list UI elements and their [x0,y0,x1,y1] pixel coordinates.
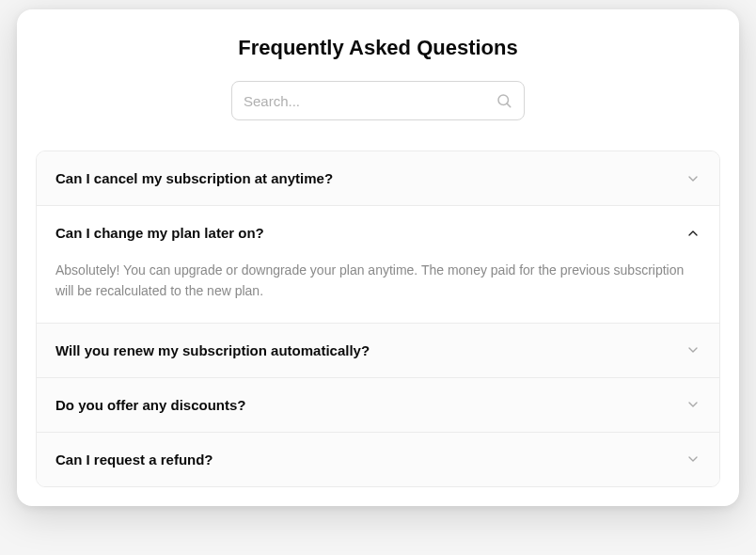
faq-list: Can I cancel my subscription at anytime?… [36,151,720,487]
chevron-down-icon [685,452,701,467]
chevron-down-icon [685,171,701,186]
search-input[interactable] [244,93,496,109]
faq-item: Can I cancel my subscription at anytime? [37,151,719,206]
faq-question: Can I cancel my subscription at anytime? [55,170,333,186]
faq-toggle[interactable]: Can I request a refund? [37,433,719,486]
faq-toggle[interactable]: Will you renew my subscription automatic… [37,324,719,377]
faq-question: Will you renew my subscription automatic… [55,342,370,358]
faq-question: Do you offer any discounts? [55,397,246,413]
faq-card: Frequently Asked Questions Can I cancel … [17,9,739,506]
faq-toggle[interactable]: Do you offer any discounts? [37,378,719,432]
chevron-up-icon [685,226,701,241]
svg-line-1 [507,103,511,107]
faq-toggle[interactable]: Can I cancel my subscription at anytime? [37,151,719,205]
search-icon [496,92,512,109]
faq-item: Can I request a refund? [37,433,719,486]
chevron-down-icon [685,342,701,357]
faq-question: Can I request a refund? [55,452,213,468]
faq-answer: Absolutely! You can upgrade or downgrade… [37,260,719,323]
page-title: Frequently Asked Questions [36,36,720,60]
faq-item: Will you renew my subscription automatic… [37,324,719,378]
search-container[interactable] [231,81,525,120]
chevron-down-icon [685,397,701,412]
faq-item: Do you offer any discounts? [37,378,719,433]
search-wrap [36,81,720,120]
faq-question: Can I change my plan later on? [55,225,264,241]
faq-toggle[interactable]: Can I change my plan later on? [37,206,719,260]
faq-item: Can I change my plan later on? Absolutel… [37,206,719,324]
